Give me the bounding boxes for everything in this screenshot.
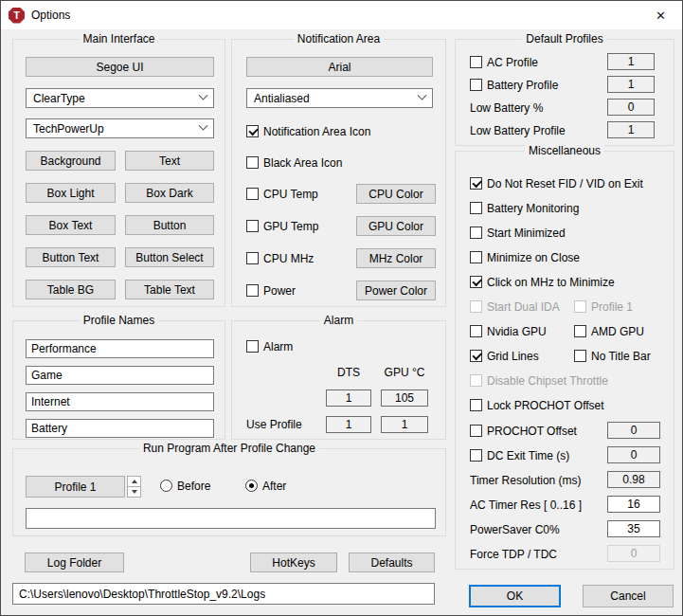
gpu-temp-checkbox[interactable] [246,220,259,232]
box-light-color-button[interactable]: Box Light [26,183,116,203]
do-not-reset-fid-vid-checkbox[interactable] [470,177,482,190]
prochot-offset-checkbox[interactable] [470,425,482,437]
table-text-color-button[interactable]: Table Text [125,280,214,299]
hotkeys-button[interactable]: HotKeys [250,553,337,572]
profile-spinner [127,476,141,498]
notification-area-icon-checkbox[interactable] [246,125,259,137]
button-text-color-button[interactable]: Button Text [26,247,116,267]
box-dark-color-button[interactable]: Box Dark [125,183,214,203]
profile-name-4-input[interactable] [26,419,214,438]
after-radio[interactable] [245,480,258,492]
profile-name-1-input[interactable] [26,339,214,358]
ac-profile-checkbox[interactable] [470,56,482,68]
table-bg-color-button[interactable]: Table BG [26,280,116,299]
nvidia-gpu-checkbox[interactable] [470,325,482,337]
button-color-button[interactable]: Button [125,215,214,235]
checkbox-label: Notification Area Icon [263,125,370,138]
dc-exit-time-field[interactable]: 0 [607,446,660,463]
close-icon[interactable]: ✕ [639,1,682,29]
log-folder-button[interactable]: Log Folder [25,553,124,572]
black-area-icon-checkbox[interactable] [246,156,259,169]
spin-up-button[interactable] [127,476,141,487]
log-path-field[interactable]: C:\Users\lenovo\Desktop\ThrottleStop_v9.… [12,583,435,605]
background-color-button[interactable]: Background [26,151,116,171]
cpu-mhz-checkbox[interactable] [246,252,259,264]
cancel-button[interactable]: Cancel [583,585,674,607]
chevron-down-icon [199,121,208,131]
ok-button[interactable]: OK [469,585,561,607]
checkbox-label: CPU Temp [263,188,318,201]
throttlestop-logo-icon: T [9,8,25,24]
checkbox-label: Start Minimized [487,226,566,240]
box-text-color-button[interactable]: Box Text [26,215,116,235]
use-profile-label: Use Profile [246,418,302,431]
dc-exit-time-checkbox[interactable] [470,449,482,462]
low-battery-percent-field[interactable]: 0 [607,99,655,116]
prochot-offset-field[interactable]: 0 [607,422,660,439]
low-battery-percent-label: Low Battery % [470,101,543,115]
grid-lines-checkbox[interactable] [470,350,482,362]
dts-column-header: DTS [326,366,371,379]
alarm-checkbox[interactable] [246,340,259,353]
checkbox-label: GPU Temp [263,220,318,233]
profile-name-3-input[interactable] [26,392,214,411]
disable-chipset-throttle-checkbox[interactable] [470,374,482,387]
render-mode-dropdown[interactable]: Antialiased [246,88,433,108]
force-tdp-tdc-label: Force TDP / TDC [470,548,557,561]
render-mode-dropdown-value: Antialiased [254,92,310,105]
minimize-on-close-row: Minimize on Close [470,250,664,264]
minimize-on-close-checkbox[interactable] [470,251,482,263]
skin-dropdown[interactable]: TechPowerUp [26,118,214,138]
battery-profile-checkbox[interactable] [470,79,482,91]
low-battery-profile-field[interactable]: 1 [607,121,655,138]
defaults-button[interactable]: Defaults [349,553,435,572]
amd-gpu-checkbox[interactable] [574,325,586,337]
checkbox-label: AC Profile [487,56,538,69]
powersaver-c0-label: PowerSaver C0% [470,523,560,536]
text-color-button[interactable]: Text [125,151,214,171]
ac-timer-res-field[interactable]: 16 [607,496,660,513]
dual-ida-profile-1-checkbox[interactable] [574,300,586,313]
cpu-color-button[interactable]: CPU Color [356,184,436,204]
lock-prochot-offset-checkbox[interactable] [470,399,482,411]
start-dual-ida-checkbox[interactable] [470,300,482,313]
cpu-mhz-row: CPU MHz MHz Color [246,248,436,268]
group-title: Default Profiles [522,32,606,45]
group-miscellaneous: Miscellaneous Do Not Reset FID / VID on … [455,151,674,570]
window-title: Options [31,9,70,22]
cleartype-dropdown[interactable]: ClearType [26,88,214,108]
color-button-grid: Background Text Box Light Box Dark Box T… [26,151,214,299]
spin-down-button[interactable] [127,487,141,498]
alarm-gpu-trip-field[interactable]: 105 [381,390,428,407]
power-checkbox[interactable] [246,284,259,297]
button-select-color-button[interactable]: Button Select [125,247,214,267]
alarm-dts-trip-field[interactable]: 1 [326,390,371,407]
group-title: Notification Area [294,32,384,45]
main-font-button[interactable]: Segoe UI [26,57,214,77]
gpu-color-button[interactable]: GPU Color [356,216,436,236]
profile-name-2-input[interactable] [26,366,214,385]
no-title-bar-checkbox[interactable] [574,350,586,362]
start-minimized-checkbox[interactable] [470,226,482,239]
mhz-color-button[interactable]: MHz Color [356,248,436,268]
power-color-button[interactable]: Power Color [356,281,436,300]
cpu-temp-checkbox[interactable] [246,188,259,200]
checkbox-label: Alarm [263,340,293,353]
click-mhz-minimize-checkbox[interactable] [470,276,482,288]
before-radio[interactable] [160,480,172,492]
alarm-gpu-profile-field[interactable]: 1 [381,416,428,433]
group-title: Run Program After Profile Change [139,442,319,455]
battery-profile-field[interactable]: 1 [607,76,655,93]
group-title: Profile Names [80,314,158,327]
battery-monitoring-checkbox[interactable] [470,202,482,214]
group-default-profiles: Default Profiles AC Profile 1 Battery Pr… [455,39,674,146]
checkbox-label: Battery Profile [487,79,558,92]
ac-profile-field[interactable]: 1 [607,53,655,70]
alarm-dts-profile-field[interactable]: 1 [326,416,371,433]
options-dialog: T Options ✕ Main Interface Segoe UI Clea… [0,0,683,616]
powersaver-c0-field[interactable]: 35 [607,520,660,537]
run-program-profile-button[interactable]: Profile 1 [26,476,125,498]
group-title: Miscellaneous [525,144,604,157]
notification-font-button[interactable]: Arial [246,57,433,77]
run-program-command-input[interactable] [26,508,436,529]
